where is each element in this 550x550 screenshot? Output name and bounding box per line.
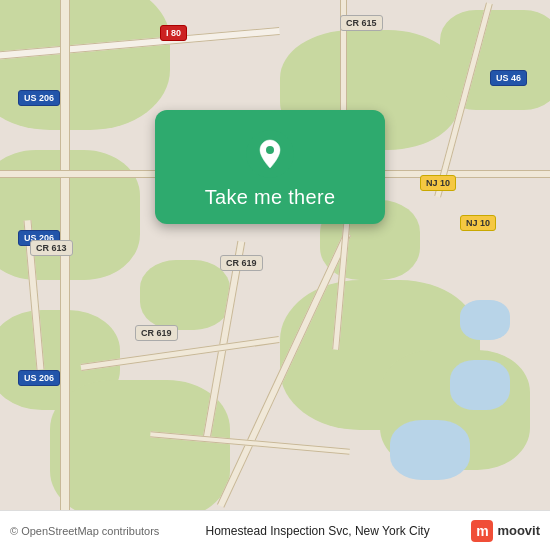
shield-i80: I 80 <box>160 25 187 41</box>
moovit-brand-text: moovit <box>497 523 540 538</box>
shield-nj10-2: NJ 10 <box>420 175 456 191</box>
location-pin-icon <box>246 130 294 178</box>
shield-cr619-2: CR 619 <box>135 325 178 341</box>
copyright-text: © OpenStreetMap contributors <box>10 525 164 537</box>
shield-us206-3: US 206 <box>18 370 60 386</box>
road-shields: I 80US 206US 206US 206US 46NJ 10NJ 10NJ … <box>0 0 550 510</box>
shield-cr615: CR 615 <box>340 15 383 31</box>
location-label: Homestead Inspection Svc, New York City <box>164 524 472 538</box>
take-me-there-card[interactable]: Take me there <box>155 110 385 224</box>
bottom-bar: © OpenStreetMap contributors Homestead I… <box>0 510 550 550</box>
shield-cr613: CR 613 <box>30 240 73 256</box>
location-city: New York City <box>355 524 430 538</box>
shield-us46: US 46 <box>490 70 527 86</box>
moovit-m-icon: m <box>471 520 493 542</box>
take-me-there-button[interactable]: Take me there <box>205 186 336 209</box>
moovit-logo: m moovit <box>471 520 540 542</box>
svg-point-1 <box>266 146 274 154</box>
map: I 80US 206US 206US 206US 46NJ 10NJ 10NJ … <box>0 0 550 510</box>
location-name: Homestead Inspection Svc <box>206 524 349 538</box>
shield-nj10-3: NJ 10 <box>460 215 496 231</box>
shield-cr619-1: CR 619 <box>220 255 263 271</box>
shield-us206-1: US 206 <box>18 90 60 106</box>
